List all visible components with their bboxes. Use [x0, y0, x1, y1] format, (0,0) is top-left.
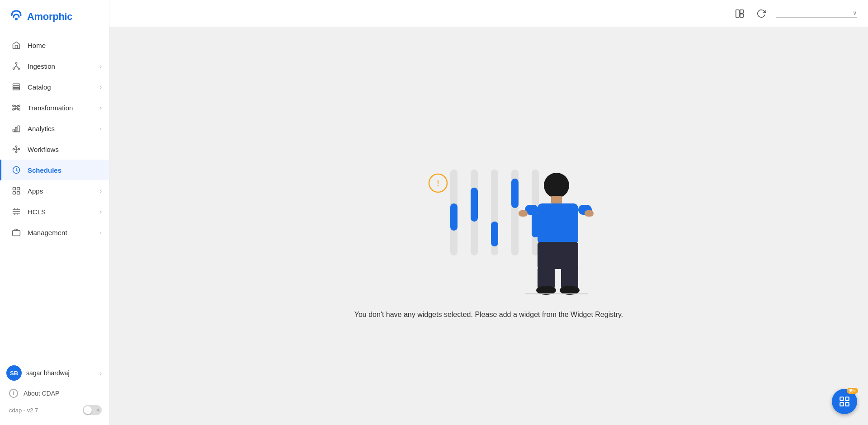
- version-label: cdap - v2.7: [9, 407, 78, 414]
- svg-rect-23: [13, 192, 16, 194]
- svg-rect-47: [585, 210, 594, 217]
- sidebar-item-label-hcls: HCLS: [28, 208, 100, 216]
- sidebar-nav: Home Ingestion ›: [0, 31, 109, 356]
- ingestion-icon: [10, 60, 22, 72]
- main-area: ∨ !: [109, 0, 868, 425]
- hcls-icon: [10, 206, 22, 217]
- sidebar-item-schedules[interactable]: Schedules: [0, 160, 109, 180]
- svg-text:!: !: [437, 179, 439, 187]
- empty-state: !: [354, 133, 623, 319]
- svg-rect-14: [18, 126, 19, 132]
- sidebar-item-label-schedules: Schedules: [28, 166, 102, 174]
- svg-rect-32: [450, 203, 458, 231]
- analytics-arrow-icon: ›: [100, 125, 102, 132]
- management-arrow-icon: ›: [100, 229, 102, 236]
- catalog-icon: [10, 81, 22, 93]
- ingestion-arrow-icon: ›: [100, 63, 102, 70]
- analytics-icon: [10, 123, 22, 134]
- hcls-arrow-icon: ›: [100, 208, 102, 215]
- sidebar-item-home[interactable]: Home: [0, 35, 109, 56]
- sidebar-item-apps[interactable]: Apps ›: [0, 180, 109, 201]
- transformation-icon: [10, 102, 22, 113]
- user-name-label: sagar bhardwaj: [26, 369, 95, 377]
- fab-button[interactable]: 99+: [832, 389, 857, 414]
- theme-toggle[interactable]: ☀: [83, 405, 102, 415]
- svg-rect-43: [538, 203, 578, 244]
- management-icon: [10, 227, 22, 238]
- chevron-down-icon: ∨: [853, 9, 857, 16]
- svg-rect-25: [13, 231, 20, 236]
- about-icon: i: [9, 389, 18, 398]
- svg-rect-4: [13, 84, 20, 85]
- transformation-arrow-icon: ›: [100, 104, 102, 111]
- svg-rect-26: [736, 9, 739, 17]
- sidebar-item-management[interactable]: Management ›: [0, 222, 109, 243]
- user-avatar: SB: [6, 365, 22, 381]
- sidebar-item-transformation[interactable]: Transformation ›: [0, 97, 109, 118]
- svg-rect-55: [845, 397, 849, 401]
- sidebar-item-label-apps: Apps: [28, 187, 100, 195]
- sidebar-bottom: SB sagar bhardwaj › i About CDAP cdap - …: [0, 356, 109, 425]
- sidebar-item-label-transformation: Transformation: [28, 104, 100, 112]
- sidebar-item-label-analytics: Analytics: [28, 125, 100, 132]
- svg-rect-21: [13, 188, 16, 190]
- sidebar: Amorphic Home Ingesti: [0, 0, 109, 425]
- about-cdap-item[interactable]: i About CDAP: [0, 385, 109, 401]
- empty-state-message: You don't have any widgets selected. Ple…: [354, 311, 623, 319]
- schedules-icon: [10, 164, 22, 176]
- apps-arrow-icon: ›: [100, 188, 102, 194]
- svg-rect-5: [13, 86, 20, 87]
- home-icon: [10, 39, 22, 51]
- sidebar-item-label-ingestion: Ingestion: [28, 62, 100, 70]
- svg-rect-54: [840, 397, 844, 401]
- sidebar-item-workflows[interactable]: Workflows: [0, 139, 109, 160]
- sidebar-item-catalog[interactable]: Catalog ›: [0, 76, 109, 97]
- refresh-icon[interactable]: [754, 6, 769, 21]
- svg-rect-36: [491, 222, 498, 246]
- sidebar-item-label-workflows: Workflows: [28, 146, 102, 153]
- svg-rect-28: [740, 14, 743, 17]
- fab-icon: [839, 396, 850, 407]
- sidebar-item-label-catalog: Catalog: [28, 83, 100, 91]
- svg-rect-22: [17, 188, 20, 190]
- svg-rect-34: [471, 188, 478, 222]
- illustration: !: [380, 133, 597, 298]
- sidebar-item-hcls[interactable]: HCLS ›: [0, 201, 109, 222]
- svg-rect-27: [740, 9, 743, 13]
- logo-text: Amorphic: [27, 11, 72, 23]
- fab-badge: 99+: [847, 388, 858, 394]
- svg-rect-56: [840, 402, 844, 406]
- content-area: !: [109, 27, 868, 425]
- toggle-knob: [84, 406, 92, 414]
- svg-rect-12: [13, 129, 14, 132]
- svg-rect-6: [13, 88, 20, 90]
- svg-rect-38: [511, 179, 519, 208]
- sidebar-item-analytics[interactable]: Analytics ›: [0, 118, 109, 139]
- about-cdap-label: About CDAP: [24, 390, 59, 397]
- user-arrow-icon: ›: [100, 370, 102, 377]
- svg-point-0: [15, 18, 18, 20]
- svg-rect-24: [17, 192, 20, 194]
- sidebar-item-label-management: Management: [28, 229, 100, 236]
- catalog-arrow-icon: ›: [100, 84, 102, 90]
- sidebar-item-label-home: Home: [28, 42, 102, 49]
- svg-rect-48: [538, 242, 578, 269]
- user-profile-item[interactable]: SB sagar bhardwaj ›: [0, 361, 109, 385]
- sun-icon: ☀: [96, 407, 100, 413]
- svg-point-41: [544, 173, 569, 198]
- svg-rect-45: [519, 210, 528, 217]
- svg-rect-13: [15, 128, 17, 132]
- svg-rect-57: [845, 402, 849, 406]
- sidebar-item-ingestion[interactable]: Ingestion ›: [0, 56, 109, 76]
- topbar: ∨: [109, 0, 868, 27]
- version-row: cdap - v2.7 ☀: [0, 401, 109, 420]
- logo-icon: [9, 8, 24, 25]
- layout-icon[interactable]: [732, 6, 747, 21]
- logo: Amorphic: [0, 0, 109, 31]
- apps-icon: [10, 185, 22, 197]
- workflows-icon: [10, 143, 22, 155]
- topbar-dropdown[interactable]: ∨: [776, 9, 857, 18]
- svg-rect-42: [551, 196, 562, 204]
